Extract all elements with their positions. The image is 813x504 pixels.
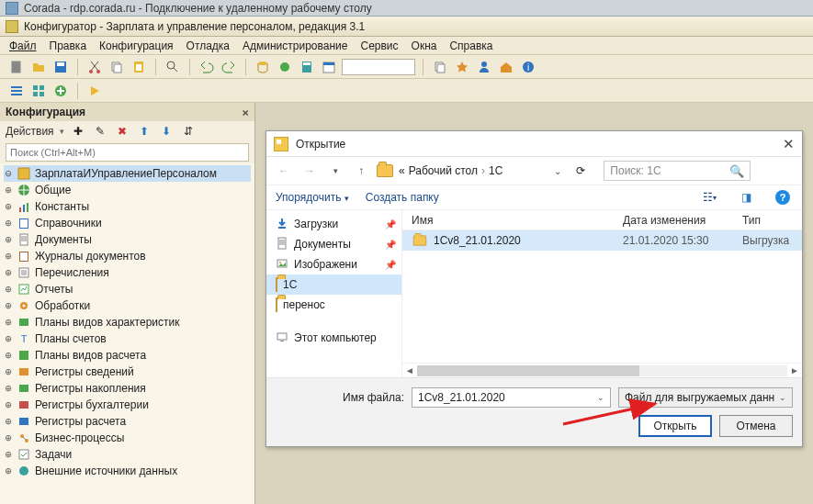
nav-item[interactable]: Загрузки📌 bbox=[266, 214, 401, 234]
menu-service[interactable]: Сервис bbox=[360, 39, 398, 52]
nav-back-icon[interactable]: ← bbox=[274, 161, 294, 181]
expand-icon[interactable]: ⊕ bbox=[4, 316, 13, 329]
scroll-track[interactable] bbox=[417, 365, 787, 376]
bc-folder[interactable]: 1C bbox=[489, 164, 502, 177]
expand-icon[interactable]: ⊕ bbox=[4, 382, 13, 395]
expand-icon[interactable]: ⊕ bbox=[4, 299, 13, 312]
col-date[interactable]: Дата изменения bbox=[623, 214, 742, 227]
actions-add-icon[interactable]: ✚ bbox=[70, 123, 86, 140]
tree-item[interactable]: ⊕TПланы счетов bbox=[4, 330, 251, 347]
tb-info-icon[interactable]: i bbox=[519, 58, 537, 76]
refresh-icon[interactable]: ⟳ bbox=[570, 161, 591, 181]
tree-item[interactable]: ⊕Отчеты bbox=[4, 281, 251, 297]
tree-item[interactable]: ⊕Задачи bbox=[4, 446, 251, 463]
tb-person-icon[interactable] bbox=[475, 58, 493, 76]
expand-icon[interactable]: ⊕ bbox=[4, 398, 13, 411]
col-type[interactable]: Тип bbox=[742, 214, 802, 227]
organize-button[interactable]: Упорядочить ▾ bbox=[276, 191, 349, 204]
new-folder-button[interactable]: Создать папку bbox=[366, 191, 439, 204]
tb-new-icon[interactable] bbox=[7, 58, 26, 76]
nav-item[interactable]: 1C bbox=[266, 274, 401, 295]
tb-calc-icon[interactable] bbox=[298, 58, 316, 76]
expand-icon[interactable]: ⊕ bbox=[4, 465, 13, 477]
tb2-grid-icon[interactable] bbox=[29, 82, 48, 100]
tb-copy-icon[interactable] bbox=[107, 58, 126, 76]
bc-desktop[interactable]: Рабочий стол bbox=[409, 164, 478, 177]
file-row[interactable]: 1Cv8_21.01.202021.01.2020 15:30Выгрузка bbox=[402, 230, 802, 251]
nav-item[interactable]: Этот компьютер bbox=[266, 328, 401, 348]
tb-paste-icon[interactable] bbox=[130, 58, 148, 76]
column-headers[interactable]: Имя Дата изменения Тип bbox=[402, 210, 802, 230]
menu-edit[interactable]: Правка bbox=[50, 39, 87, 52]
menu-file[interactable]: Файл bbox=[9, 39, 37, 52]
config-search-input[interactable] bbox=[6, 143, 249, 162]
menu-config[interactable]: Конфигурация bbox=[99, 39, 174, 52]
expand-icon[interactable]: ⊕ bbox=[4, 448, 13, 461]
tree-item[interactable]: ⊕Планы видов расчета bbox=[4, 347, 251, 364]
actions-del-icon[interactable]: ✖ bbox=[114, 123, 130, 140]
actions-down-icon[interactable]: ⬇ bbox=[158, 123, 175, 140]
expand-icon[interactable]: ⊖ bbox=[4, 167, 13, 180]
menu-debug[interactable]: Отладка bbox=[186, 39, 230, 52]
tree-item[interactable]: ⊕Регистры накопления bbox=[4, 380, 251, 397]
tree-item[interactable]: ⊕Общие bbox=[4, 182, 251, 198]
dialog-searchbox[interactable]: Поиск: 1C 🔍 bbox=[604, 161, 751, 181]
tb2-play-icon[interactable] bbox=[85, 82, 104, 100]
tb2-list-icon[interactable] bbox=[7, 82, 26, 100]
cancel-button[interactable]: Отмена bbox=[719, 415, 793, 437]
config-panel-close-icon[interactable]: × bbox=[242, 106, 249, 119]
scroll-left-icon[interactable]: ◄ bbox=[402, 365, 417, 375]
tree-item[interactable]: ⊕Внешние источники данных bbox=[4, 463, 251, 479]
menu-admin[interactable]: Администрирование bbox=[243, 39, 347, 52]
tree-item[interactable]: ⊕Перечисления bbox=[4, 264, 251, 281]
pin-icon[interactable]: 📌 bbox=[385, 260, 396, 270]
tb-copy2-icon[interactable] bbox=[431, 58, 449, 76]
files-area[interactable]: 1Cv8_21.01.202021.01.2020 15:30Выгрузка bbox=[402, 230, 802, 363]
tree-item[interactable]: ⊕Справочники bbox=[4, 215, 251, 231]
filetype-combo[interactable]: Файл для выгружаемых данн ⌄ bbox=[618, 387, 793, 408]
expand-icon[interactable]: ⊕ bbox=[4, 283, 13, 296]
expand-icon[interactable]: ⊕ bbox=[4, 266, 13, 279]
nav-history-icon[interactable]: ▾ bbox=[325, 161, 345, 181]
scroll-thumb[interactable] bbox=[417, 365, 639, 376]
pin-icon[interactable]: 📌 bbox=[385, 240, 396, 250]
scroll-right-icon[interactable]: ► bbox=[787, 365, 802, 375]
expand-icon[interactable]: ⊕ bbox=[4, 415, 13, 428]
tree-item[interactable]: ⊕Константы bbox=[4, 198, 251, 215]
tree-item[interactable]: ⊕Журналы документов bbox=[4, 248, 251, 264]
tb-db-icon[interactable] bbox=[254, 58, 272, 76]
col-name[interactable]: Имя bbox=[402, 214, 623, 227]
actions-up-icon[interactable]: ⬆ bbox=[136, 123, 152, 140]
expand-icon[interactable]: ⊕ bbox=[4, 332, 13, 345]
menu-help[interactable]: Справка bbox=[449, 39, 492, 52]
search-icon[interactable]: 🔍 bbox=[729, 164, 744, 178]
expand-icon[interactable]: ⊕ bbox=[4, 365, 13, 378]
tree-item[interactable]: ⊕Регистры сведений bbox=[4, 364, 251, 380]
tb-redo-icon[interactable] bbox=[220, 58, 238, 76]
view-mode-icon[interactable]: ☷ ▾ bbox=[699, 187, 719, 207]
tb-save-icon[interactable] bbox=[51, 58, 70, 76]
nav-item[interactable]: Документы📌 bbox=[266, 234, 401, 254]
tree-item[interactable]: ⊕Бизнес-процессы bbox=[4, 430, 251, 446]
dialog-close-icon[interactable]: ✕ bbox=[783, 136, 795, 152]
filename-combo[interactable]: 1Cv8_21.01.2020 ⌄ bbox=[412, 387, 611, 408]
tb-calendar-icon[interactable] bbox=[320, 58, 338, 76]
h-scrollbar[interactable]: ◄ ► bbox=[402, 363, 802, 377]
tree-item[interactable]: ⊕Документы bbox=[4, 231, 251, 248]
breadcrumb[interactable]: « Рабочий стол › 1C bbox=[399, 164, 502, 177]
config-search[interactable] bbox=[6, 143, 249, 162]
tb-dropdown[interactable] bbox=[342, 59, 415, 75]
pin-icon[interactable]: 📌 bbox=[385, 219, 396, 230]
actions-wand-icon[interactable]: ✎ bbox=[92, 123, 108, 140]
tb-house-icon[interactable] bbox=[497, 58, 515, 76]
help-icon[interactable]: ? bbox=[773, 187, 793, 207]
nav-up-icon[interactable]: ↑ bbox=[351, 161, 371, 181]
tb2-plus-icon[interactable] bbox=[51, 82, 70, 100]
tb-find-icon[interactable] bbox=[164, 58, 182, 76]
expand-icon[interactable]: ⊕ bbox=[4, 184, 13, 196]
tb-debug-icon[interactable] bbox=[276, 58, 294, 76]
combo-drop-icon[interactable]: ⌄ bbox=[597, 393, 604, 402]
tree-item[interactable]: ⊕Регистры бухгалтерии bbox=[4, 397, 251, 413]
tb-cut-icon[interactable] bbox=[85, 58, 104, 76]
menu-windows[interactable]: Окна bbox=[412, 39, 437, 52]
